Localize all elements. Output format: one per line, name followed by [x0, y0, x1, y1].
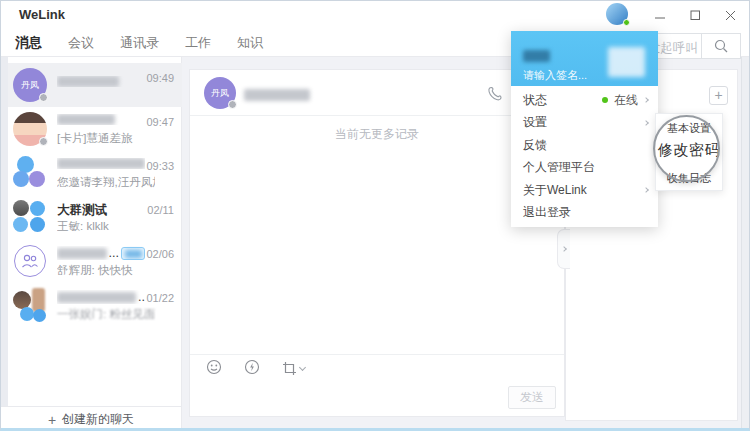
profile-dropdown-menu: 请输入签名... 状态 在线 设置 反馈 个人管理平台	[511, 31, 658, 227]
quick-action-button[interactable]	[244, 359, 260, 379]
composer-toolbar	[190, 354, 564, 382]
menu-item-logout[interactable]: 退出登录	[511, 202, 658, 225]
avatar-danfeng: 丹凤	[13, 68, 47, 102]
add-member-button[interactable]: +	[709, 86, 728, 105]
app-title: WeLink	[19, 7, 65, 22]
create-new-chat-button[interactable]: + 创建新的聊天	[1, 406, 182, 431]
chat-name: 大群测试	[57, 202, 145, 219]
maximize-icon	[690, 10, 701, 21]
chevron-right-icon	[561, 246, 567, 252]
minimize-icon	[655, 10, 666, 21]
menu-item-feedback[interactable]: 反馈	[511, 134, 658, 157]
chat-name-redacted	[57, 158, 145, 169]
maximize-button[interactable]	[682, 4, 708, 26]
tab-knowledge[interactable]: 知识	[237, 34, 263, 52]
chat-last-message: 一张娱门: 粉丝见面会...	[57, 307, 155, 322]
search-button[interactable]	[701, 34, 740, 58]
chat-last-message: 舒辉朋: 快快快	[57, 263, 155, 278]
chat-name-redacted: ..	[57, 290, 145, 304]
chat-list: 丹凤 09:49 [卡片]慧通差旅 09:47	[8, 63, 182, 327]
chevron-right-icon	[643, 187, 649, 193]
emoji-icon	[206, 359, 222, 375]
voice-call-button[interactable]	[486, 86, 502, 106]
phone-icon	[486, 86, 502, 102]
offline-status-dot	[228, 100, 237, 109]
signature-input[interactable]: 请输入签名...	[523, 68, 587, 83]
profile-menu-list: 状态 在线 设置 反馈 个人管理平台 关于WeLink	[511, 89, 658, 224]
profile-card: 请输入签名...	[511, 31, 658, 86]
close-icon	[725, 10, 736, 21]
avatar-group-cluster	[13, 200, 47, 234]
chat-name-redacted	[57, 76, 145, 87]
chevron-right-icon	[643, 120, 649, 126]
chat-panel: 丹凤 当前无更多记录	[189, 69, 565, 417]
chat-time: 09:49	[146, 72, 174, 84]
chat-time: 09:33	[146, 160, 174, 172]
emoji-button[interactable]	[206, 359, 222, 379]
send-button[interactable]: 发送	[508, 386, 556, 409]
avatar-group-cluster	[13, 156, 47, 190]
chat-time: 01/22	[146, 292, 174, 304]
chat-list-item-6[interactable]: .. 一张娱门: 粉丝见面会... 01/22	[8, 283, 182, 327]
chat-last-message: 您邀请李翔,汪丹凤加入...	[57, 175, 155, 190]
online-status-dot	[623, 19, 630, 26]
peer-avatar[interactable]: 丹凤	[204, 77, 236, 109]
menu-item-status[interactable]: 状态 在线	[511, 89, 658, 112]
sidebar-scroll-strip[interactable]	[1, 57, 8, 406]
chat-name-redacted: ...	[57, 246, 145, 260]
chat-list-item-1[interactable]: 丹凤 09:49	[8, 63, 182, 107]
welink-window: WeLink 消息 会议 通讯录 工作 知识 发起	[0, 0, 750, 431]
tab-contacts[interactable]: 通讯录	[120, 34, 159, 52]
menu-item-admin-platform[interactable]: 个人管理平台	[511, 157, 658, 180]
chat-time: 02/06	[146, 248, 174, 260]
profile-name-redacted	[523, 50, 550, 62]
create-new-chat-label: 创建新的聊天	[62, 411, 134, 428]
chat-header: 丹凤	[190, 70, 564, 116]
avatar-two-person-outline	[13, 244, 47, 278]
close-button[interactable]	[717, 4, 743, 26]
avatar-girl	[13, 112, 47, 146]
chat-last-message: [卡片]慧通差旅	[57, 131, 155, 146]
offline-status-dot	[39, 93, 48, 102]
screenshot-crop-icon	[282, 361, 297, 376]
user-avatar[interactable]	[606, 3, 630, 27]
tab-meetings[interactable]: 会议	[68, 34, 94, 52]
window-scroll-strip[interactable]	[741, 57, 750, 429]
no-more-records-hint: 当前无更多记录	[190, 126, 564, 143]
message-history: 当前无更多记录	[190, 116, 564, 354]
two-person-icon	[20, 254, 40, 268]
status-value: 在线	[614, 92, 638, 109]
plus-icon: +	[48, 412, 56, 428]
chat-list-item-2[interactable]: [卡片]慧通差旅 09:47	[8, 107, 182, 151]
external-badge	[121, 247, 145, 260]
menu-item-about[interactable]: 关于WeLink	[511, 179, 658, 202]
tab-work[interactable]: 工作	[185, 34, 211, 52]
titlebar: WeLink	[1, 1, 749, 29]
chat-time: 09:47	[146, 116, 174, 128]
screenshot-button[interactable]	[282, 361, 305, 376]
panel-collapse-handle[interactable]	[557, 229, 570, 269]
chat-name-redacted	[57, 114, 145, 125]
online-dot-icon	[602, 97, 608, 103]
search-icon	[714, 39, 728, 53]
chevron-down-icon	[299, 364, 306, 371]
tab-messages[interactable]: 消息	[15, 34, 42, 52]
minimize-button[interactable]	[647, 4, 673, 26]
flash-circle-icon	[244, 359, 260, 375]
magnifier-highlight-circle	[653, 115, 720, 182]
chat-list-item-5[interactable]: ... 舒辉朋: 快快快 02/06	[8, 239, 182, 283]
chat-last-message: 王敏: klklk	[57, 219, 155, 234]
avatar-photo-cluster	[13, 288, 47, 322]
offline-status-dot	[39, 137, 48, 146]
peer-name-redacted	[244, 87, 310, 105]
chat-time: 02/11	[147, 204, 174, 216]
chat-list-item-3[interactable]: 您邀请李翔,汪丹凤加入... 09:33	[8, 151, 182, 195]
chat-list-item-4[interactable]: 大群测试 王敏: klklk 02/11	[8, 195, 182, 239]
profile-avatar-redacted	[608, 47, 645, 77]
chat-list-sidebar: 丹凤 09:49 [卡片]慧通差旅 09:47	[1, 57, 182, 406]
chevron-right-icon	[643, 97, 649, 103]
menu-item-settings[interactable]: 设置	[511, 112, 658, 135]
